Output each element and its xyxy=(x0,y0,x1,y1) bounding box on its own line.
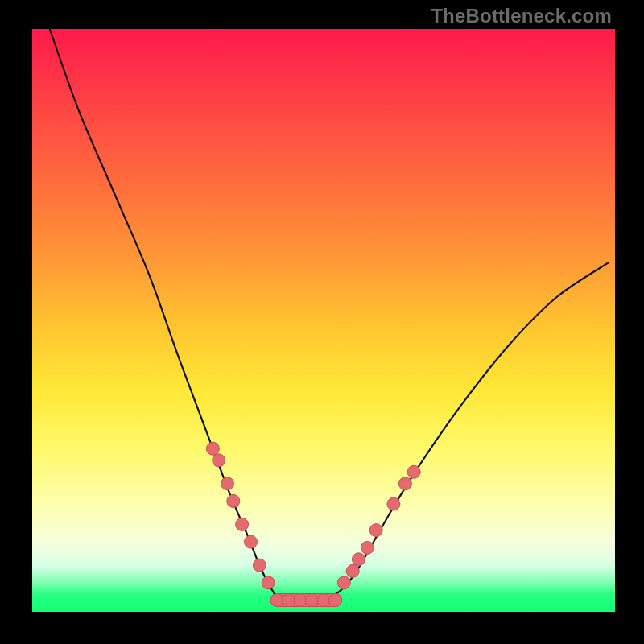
curve-marker xyxy=(283,594,295,607)
curve-marker xyxy=(369,524,382,537)
curve-marker xyxy=(398,477,411,490)
curve-markers-left xyxy=(206,442,275,589)
curve-marker xyxy=(306,594,319,607)
curve-marker xyxy=(317,594,330,607)
curve-marker xyxy=(361,541,374,554)
curve-marker xyxy=(329,594,342,607)
curve-markers-bottom xyxy=(270,594,341,607)
plot-area xyxy=(32,29,615,612)
curve-marker xyxy=(236,518,249,530)
curve-marker xyxy=(294,594,307,607)
curve-markers-right xyxy=(337,465,420,589)
curve-marker xyxy=(387,497,400,510)
curve-marker xyxy=(407,465,420,478)
curve-marker xyxy=(270,594,283,607)
chart-frame: TheBottleneck.com xyxy=(0,0,644,644)
curve-marker xyxy=(213,454,225,467)
curve-marker xyxy=(245,535,258,548)
curve-marker xyxy=(253,559,266,572)
curve-marker xyxy=(346,564,359,577)
curve-marker xyxy=(206,442,219,455)
curve-marker xyxy=(221,477,234,490)
curve-marker xyxy=(352,553,365,566)
watermark-text: TheBottleneck.com xyxy=(431,5,612,27)
curve-marker xyxy=(337,576,350,589)
bottleneck-curve xyxy=(50,29,609,601)
curve-marker xyxy=(227,494,240,507)
chart-svg xyxy=(32,29,615,612)
curve-marker xyxy=(262,576,275,589)
